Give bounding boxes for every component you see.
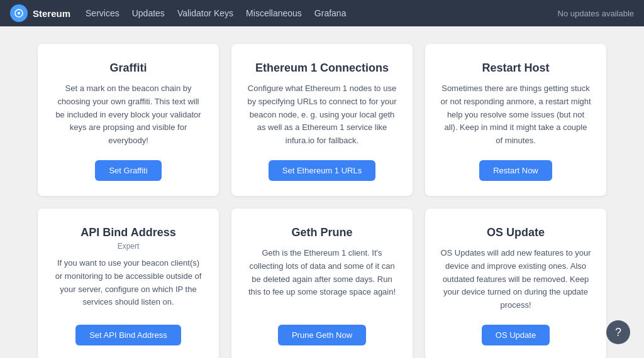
card-os-update-title: OS Update [487,226,545,239]
card-os-update: OS UpdateOS Updates will add new feature… [425,209,606,358]
card-os-update-desc: OS Updates will add new features to your… [440,247,591,312]
cards-grid: GraffitiSet a mark on the beacon chain b… [38,44,606,358]
card-api-bind-address-title: API Bind Address [80,226,175,239]
card-restart-host-button[interactable]: Restart Now [479,160,552,181]
card-graffiti-button[interactable]: Set Graffiti [95,160,161,181]
nav-validator-keys[interactable]: Validator Keys [177,6,233,21]
navbar: Stereum Services Updates Validator Keys … [0,0,644,26]
card-os-update-button[interactable]: OS Update [482,325,550,345]
help-button[interactable]: ? [606,320,630,344]
nav-grafana[interactable]: Grafana [314,6,347,21]
card-restart-host-desc: Sometimes there are things getting stuck… [440,82,591,148]
card-geth-prune: Geth PruneGeth is the Ethereum 1 client.… [231,209,413,358]
nav-services[interactable]: Services [86,6,119,21]
nav-updates[interactable]: Updates [132,6,165,21]
stereum-logo [10,4,28,22]
card-graffiti-title: Graffiti [109,62,147,75]
nav-links: Services Updates Validator Keys Miscella… [86,6,543,21]
card-eth1-connections-desc: Configure what Ethereum 1 nodes to use b… [247,82,397,148]
card-restart-host: Restart HostSometimes there are things g… [425,44,606,196]
card-restart-host-title: Restart Host [482,62,549,75]
card-api-bind-address-button[interactable]: Set API Bind Address [75,325,181,345]
card-graffiti: GraffitiSet a mark on the beacon chain b… [38,44,219,196]
brand-name: Stereum [33,8,70,19]
card-geth-prune-desc: Geth is the Ethereum 1 client. It's coll… [247,247,397,312]
card-api-bind-address-subtitle: Expert [118,242,140,251]
update-status: No updates available [558,9,634,18]
card-eth1-connections: Ethereum 1 ConnectionsConfigure what Eth… [231,44,413,196]
card-eth1-connections-button[interactable]: Set Ethereum 1 URLs [269,160,375,181]
card-geth-prune-title: Geth Prune [291,226,352,239]
nav-brand: Stereum [10,4,70,22]
card-graffiti-desc: Set a mark on the beacon chain by choosi… [53,82,204,148]
card-geth-prune-button[interactable]: Prune Geth Now [278,325,366,345]
main-content: GraffitiSet a mark on the beacon chain b… [0,26,644,358]
card-api-bind-address-desc: If you want to use your beacon client(s)… [53,257,204,312]
card-eth1-connections-title: Ethereum 1 Connections [255,62,389,75]
card-api-bind-address: API Bind AddressExpertIf you want to use… [38,209,219,358]
nav-miscellaneous[interactable]: Miscellaneous [246,6,302,21]
svg-point-1 [18,12,20,14]
